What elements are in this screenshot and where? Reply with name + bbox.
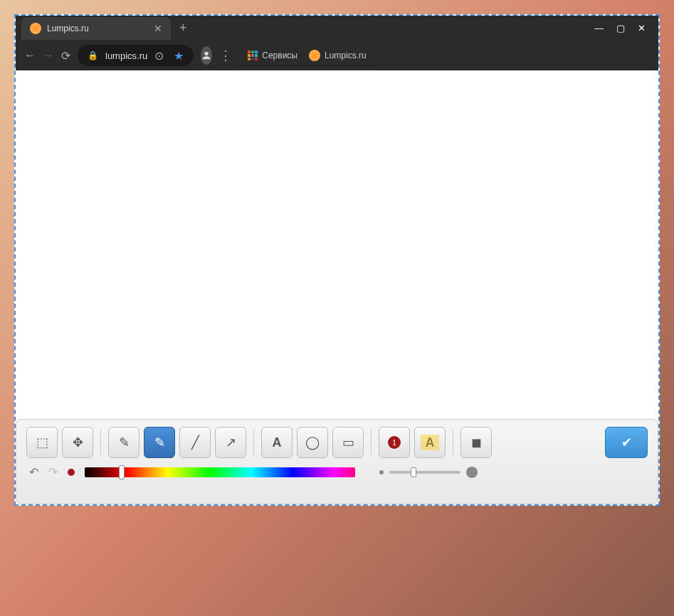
highlight-tool[interactable]: A [414, 427, 446, 458]
apps-grid-icon [248, 51, 258, 60]
bookmarks-bar: Сервисы Lumpics.ru [239, 45, 374, 66]
url-text: lumpics.ru [105, 51, 147, 61]
reload-button[interactable]: ⟳ [61, 49, 70, 63]
minimize-icon[interactable]: — [594, 23, 604, 33]
size-slider[interactable] [389, 471, 460, 474]
browser-menu-button[interactable]: ⋮ [219, 48, 232, 63]
new-tab-button[interactable]: + [179, 21, 187, 36]
close-icon[interactable]: ✕ [154, 23, 162, 34]
blur-tool[interactable]: ◼ [460, 427, 492, 458]
profile-avatar[interactable] [201, 46, 212, 65]
size-control [379, 467, 478, 478]
size-max-icon [466, 467, 478, 478]
tab-title: Lumpics.ru [47, 23, 148, 33]
rectangle-tool[interactable]: ▭ [332, 427, 364, 458]
maximize-icon[interactable]: ▢ [616, 23, 625, 33]
line-tool[interactable]: ╱ [179, 427, 211, 458]
search-mic-icon[interactable]: ⊙ [154, 49, 164, 63]
screenshot-editor-toolbar: ⬚ ✥ ✎ ✎ ╱ ↗ A ◯ ▭ 1 A ◼ ✔ ↶ ↷ [16, 419, 658, 504]
confirm-button[interactable]: ✔ [605, 427, 648, 458]
address-bar-row: ← → ⟳ 🔒 lumpics.ru ⊙ ★ ⋮ Сервисы Lumpics… [16, 41, 658, 70]
browser-tab[interactable]: Lumpics.ru ✕ [21, 17, 171, 40]
apps-bookmark[interactable]: Сервисы [248, 51, 297, 60]
browser-tab-strip: Lumpics.ru ✕ + — ▢ ✕ [16, 16, 658, 41]
svg-point-0 [205, 52, 209, 55]
counter-tool[interactable]: 1 [379, 427, 410, 458]
text-tool[interactable]: A [261, 427, 293, 458]
pen-tool[interactable]: ✎ [108, 427, 139, 458]
ellipse-tool[interactable]: ◯ [297, 427, 328, 458]
undo-button[interactable]: ↶ [29, 465, 38, 479]
forward-button[interactable]: → [43, 49, 54, 62]
bookmark-label: Lumpics.ru [325, 51, 367, 60]
favicon-icon [30, 23, 41, 34]
marker-tool[interactable]: ✎ [144, 427, 175, 458]
redo-button[interactable]: ↷ [48, 465, 58, 479]
current-color-icon [68, 469, 75, 476]
bookmark-star-icon[interactable]: ★ [174, 49, 184, 63]
select-tool[interactable]: ⬚ [26, 427, 58, 458]
arrow-tool[interactable]: ↗ [215, 427, 246, 458]
close-window-icon[interactable]: ✕ [638, 23, 646, 33]
move-tool[interactable]: ✥ [62, 427, 93, 458]
size-min-icon [379, 470, 384, 474]
color-slider[interactable] [85, 467, 355, 477]
favicon-icon [309, 50, 320, 61]
size-slider-handle[interactable] [411, 467, 416, 477]
color-slider-handle[interactable] [119, 465, 125, 479]
window-controls: — ▢ ✕ [581, 23, 658, 33]
back-button[interactable]: ← [24, 49, 36, 62]
site-bookmark[interactable]: Lumpics.ru [309, 50, 367, 61]
screenshot-region: Lumpics.ru ✕ + — ▢ ✕ ← → ⟳ 🔒 lumpics.ru … [14, 14, 660, 506]
bookmark-label: Сервисы [262, 51, 297, 60]
lock-icon: 🔒 [88, 51, 98, 60]
address-bar[interactable]: 🔒 lumpics.ru ⊙ ★ [78, 45, 194, 66]
